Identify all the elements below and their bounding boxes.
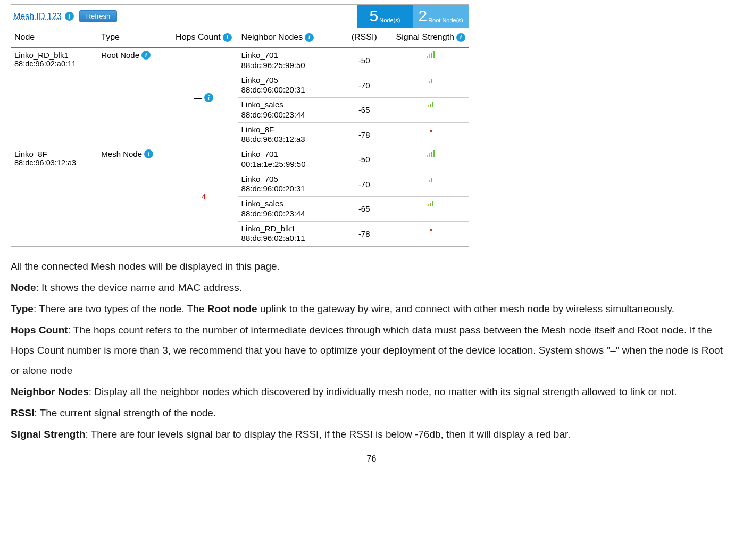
doc-signal: Signal Strength: There are four levels s…: [11, 424, 732, 445]
root-label: Root Node(s): [428, 17, 463, 23]
mesh-panel: Mesh ID 123 Refresh 5 Node(s) 2 Root Nod…: [11, 4, 469, 247]
col-hops: Hops Count: [169, 28, 238, 48]
header-badges: 5 Node(s) 2 Root Node(s): [357, 5, 469, 28]
neighbor-cell: Linko_RD_blk188:dc:96:02:a0:11: [238, 221, 336, 246]
mesh-table: Node Type Hops Count Neighbor Nodes (RSS…: [11, 28, 469, 246]
nodes-label: Node(s): [379, 17, 400, 23]
info-icon[interactable]: [141, 51, 151, 60]
hops-cell: —: [169, 48, 238, 147]
doc-intro: All the connected Mesh nodes will be dis…: [11, 256, 732, 277]
neighbor-name: Linko_sales: [241, 199, 332, 209]
neighbor-name: Linko_sales: [241, 100, 332, 110]
neighbor-cell: Linko_8F88:dc:96:03:12:a3: [238, 122, 336, 147]
signal-bars-icon: [430, 125, 432, 132]
neighbor-mac: 88:dc:96:00:20:31: [241, 85, 332, 95]
signal-bars-icon: [427, 51, 435, 58]
doc-node: Node: It shows the device name and MAC a…: [11, 278, 732, 298]
hops-value: —: [194, 93, 202, 102]
mesh-header: Mesh ID 123 Refresh 5 Node(s) 2 Root Nod…: [11, 5, 469, 28]
table-row: Linko_RD_blk188:dc:96:02:a0:11Root Node …: [11, 48, 469, 73]
table-header-row: Node Type Hops Count Neighbor Nodes (RSS…: [11, 28, 469, 48]
node-cell: Linko_RD_blk188:dc:96:02:a0:11: [11, 48, 98, 147]
col-neighbor: Neighbor Nodes: [238, 28, 336, 48]
neighbor-name: Linko_705: [241, 76, 332, 86]
col-signal: Signal Strength: [393, 28, 469, 48]
rssi-cell: -70: [336, 73, 393, 98]
signal-cell: [393, 221, 469, 246]
info-icon[interactable]: [204, 93, 213, 102]
neighbor-name: Linko_705: [241, 174, 332, 185]
signal-cell: [393, 122, 469, 147]
doc-neighbor: Neighbor Nodes: Display all the neighbor…: [11, 382, 732, 402]
info-icon[interactable]: [305, 33, 314, 42]
doc-type: Type: There are two types of the node. T…: [11, 299, 732, 319]
neighbor-name: Linko_701: [241, 149, 332, 160]
rssi-cell: -78: [336, 221, 393, 246]
neighbor-mac: 00:1a:1e:25:99:50: [241, 160, 332, 170]
doc-rssi: RSSI: The current signal strength of the…: [11, 403, 732, 423]
hops-cell: 4: [169, 147, 238, 246]
hops-value: 4: [202, 192, 206, 201]
neighbor-mac: 88:dc:96:25:99:50: [241, 61, 332, 71]
neighbor-mac: 88:dc:96:00:23:44: [241, 209, 332, 219]
neighbor-cell: Linko_sales88:dc:96:00:23:44: [238, 98, 336, 123]
neighbor-name: Linko_701: [241, 51, 332, 61]
rssi-cell: -50: [336, 48, 393, 73]
signal-cell: [393, 48, 469, 73]
rssi-cell: -78: [336, 122, 393, 147]
neighbor-name: Linko_8F: [241, 125, 332, 135]
info-icon[interactable]: [456, 33, 465, 42]
signal-bars-icon: [428, 100, 433, 107]
mesh-id-link[interactable]: Mesh ID 123: [13, 12, 62, 21]
refresh-button[interactable]: Refresh: [79, 10, 118, 22]
signal-cell: [393, 172, 469, 197]
node-type: Mesh Node: [101, 149, 142, 158]
rssi-cell: -65: [336, 98, 393, 123]
neighbor-cell: Linko_70588:dc:96:00:20:31: [238, 73, 336, 98]
rssi-cell: -65: [336, 197, 393, 222]
neighbor-cell: Linko_70188:dc:96:25:99:50: [238, 48, 336, 73]
node-name: Linko_RD_blk1: [14, 51, 95, 60]
node-mac: 88:dc:96:02:a0:11: [14, 60, 95, 68]
rssi-cell: -50: [336, 147, 393, 172]
signal-bars-icon: [429, 76, 432, 83]
documentation-text: All the connected Mesh nodes will be dis…: [11, 256, 732, 445]
node-cell: Linko_8F88:dc:96:03:12:a3: [11, 147, 98, 246]
neighbor-mac: 88:dc:96:00:23:44: [241, 110, 332, 120]
neighbor-mac: 88:dc:96:02:a0:11: [241, 233, 332, 244]
node-name: Linko_8F: [14, 149, 95, 158]
col-type: Type: [98, 28, 169, 48]
root-count: 2: [418, 8, 427, 24]
rssi-cell: -70: [336, 172, 393, 197]
doc-hops: Hops Count: The hops count refers to the…: [11, 320, 732, 381]
signal-bars-icon: [428, 199, 433, 206]
signal-bars-icon: [427, 149, 435, 157]
node-mac: 88:dc:96:03:12:a3: [14, 158, 95, 167]
signal-cell: [393, 197, 469, 222]
signal-cell: [393, 73, 469, 98]
root-nodes-badge: 2 Root Node(s): [413, 5, 469, 28]
signal-cell: [393, 98, 469, 123]
neighbor-name: Linko_RD_blk1: [241, 224, 332, 234]
info-icon[interactable]: [65, 12, 74, 21]
info-icon[interactable]: [144, 149, 153, 158]
col-node: Node: [11, 28, 98, 48]
signal-bars-icon: [429, 174, 432, 182]
signal-cell: [393, 147, 469, 172]
neighbor-cell: Linko_sales88:dc:96:00:23:44: [238, 197, 336, 222]
neighbor-cell: Linko_70588:dc:96:00:20:31: [238, 172, 336, 197]
node-type: Root Node: [101, 51, 139, 60]
neighbor-mac: 88:dc:96:00:20:31: [241, 184, 332, 194]
type-cell: Mesh Node: [98, 147, 169, 246]
col-rssi: (RSSI): [336, 28, 393, 48]
info-icon[interactable]: [223, 33, 232, 42]
table-row: Linko_8F88:dc:96:03:12:a3Mesh Node 4Link…: [11, 147, 469, 172]
type-cell: Root Node: [98, 48, 169, 147]
page-number: 76: [11, 454, 732, 464]
neighbor-cell: Linko_70100:1a:1e:25:99:50: [238, 147, 336, 172]
nodes-badge: 5 Node(s): [357, 5, 413, 28]
neighbor-mac: 88:dc:96:03:12:a3: [241, 135, 332, 145]
nodes-count: 5: [370, 8, 379, 24]
signal-bars-icon: [430, 224, 432, 231]
